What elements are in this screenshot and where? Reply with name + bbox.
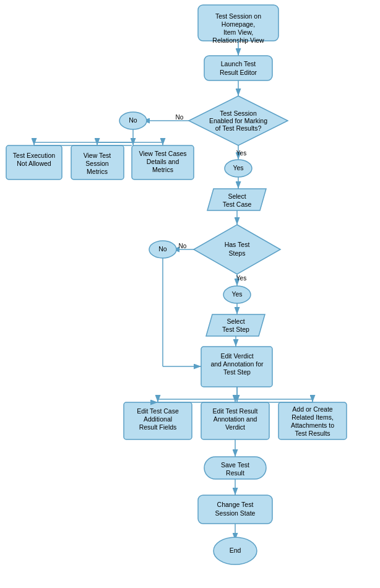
svg-text:Details and: Details and <box>147 158 179 165</box>
svg-text:Yes: Yes <box>231 290 242 298</box>
svg-text:Test Case: Test Case <box>223 201 252 208</box>
svg-text:Result: Result <box>226 469 244 477</box>
svg-text:Test Session: Test Session <box>220 110 257 117</box>
svg-text:Additional: Additional <box>144 415 172 423</box>
svg-text:Edit Test Result: Edit Test Result <box>213 407 258 415</box>
svg-text:Test Results: Test Results <box>295 430 330 437</box>
svg-text:Yes: Yes <box>236 150 246 157</box>
svg-text:Steps: Steps <box>229 249 246 257</box>
svg-text:Annotation and: Annotation and <box>214 415 257 423</box>
svg-text:Yes: Yes <box>233 164 243 171</box>
svg-text:Enabled for Marking: Enabled for Marking <box>209 117 267 124</box>
svg-text:Metrics: Metrics <box>87 168 108 175</box>
svg-text:No: No <box>176 114 184 121</box>
svg-text:Yes: Yes <box>236 275 246 282</box>
svg-text:Related Items,: Related Items, <box>291 413 334 421</box>
svg-text:of Test Results?: of Test Results? <box>215 124 262 132</box>
node-start-text: Test Session on <box>215 12 261 20</box>
svg-text:Homepage,: Homepage, <box>222 20 255 28</box>
svg-text:Test Step: Test Step <box>223 368 251 376</box>
svg-text:Session: Session <box>85 160 109 167</box>
flowchart-container: Test Session on Homepage, Item View, Rel… <box>0 0 380 588</box>
svg-text:Metrics: Metrics <box>152 166 173 173</box>
svg-text:Attachments to: Attachments to <box>291 422 334 429</box>
svg-text:View Test Cases: View Test Cases <box>139 150 186 157</box>
svg-text:Save Test: Save Test <box>221 461 249 469</box>
svg-text:Test Step: Test Step <box>222 326 249 333</box>
svg-text:Not Allowed: Not Allowed <box>17 160 51 167</box>
svg-text:Select: Select <box>228 192 246 200</box>
svg-text:Verdict: Verdict <box>225 423 245 431</box>
svg-text:Change Test: Change Test <box>217 501 254 508</box>
svg-text:End: End <box>230 547 241 554</box>
svg-text:and Annotation for: and Annotation for <box>210 360 264 368</box>
svg-text:Add or Create: Add or Create <box>292 405 333 413</box>
svg-text:Select: Select <box>227 318 244 325</box>
svg-text:No: No <box>158 245 167 253</box>
svg-text:No: No <box>179 243 187 249</box>
svg-text:Test Execution: Test Execution <box>13 152 55 159</box>
svg-text:Has Test: Has Test <box>225 241 250 248</box>
svg-text:Edit Test Case: Edit Test Case <box>137 407 179 415</box>
svg-text:Launch Test: Launch Test <box>221 60 256 67</box>
svg-text:Session State: Session State <box>215 509 256 517</box>
svg-text:Edit Verdict: Edit Verdict <box>220 352 253 360</box>
svg-text:View Test: View Test <box>84 152 111 159</box>
svg-text:Result Fields: Result Fields <box>139 423 177 431</box>
svg-text:Result Editor: Result Editor <box>220 69 257 76</box>
svg-text:No: No <box>129 116 137 124</box>
svg-text:Item View,: Item View, <box>223 28 253 36</box>
